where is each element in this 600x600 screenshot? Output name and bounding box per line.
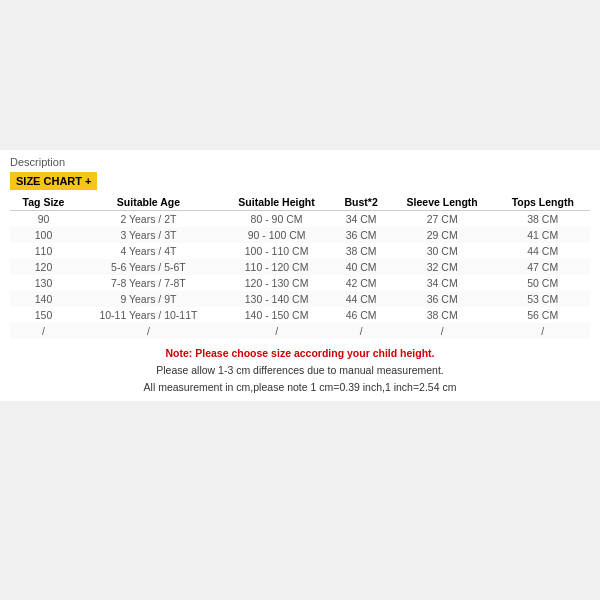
top-spacer bbox=[0, 0, 600, 150]
col-tops-length: Tops Length bbox=[495, 194, 590, 211]
col-suitable-age: Suitable Age bbox=[77, 194, 220, 211]
table-cell: 38 CM bbox=[389, 307, 496, 323]
table-cell: 110 - 120 CM bbox=[220, 259, 334, 275]
table-cell: / bbox=[10, 323, 77, 339]
table-cell: 90 bbox=[10, 211, 77, 228]
table-cell: 34 CM bbox=[333, 211, 389, 228]
table-cell: 3 Years / 3T bbox=[77, 227, 220, 243]
table-cell: 38 CM bbox=[495, 211, 590, 228]
table-cell: 5-6 Years / 5-6T bbox=[77, 259, 220, 275]
table-cell: 120 bbox=[10, 259, 77, 275]
col-suitable-height: Suitable Height bbox=[220, 194, 334, 211]
table-row: 1307-8 Years / 7-8T120 - 130 CM42 CM34 C… bbox=[10, 275, 590, 291]
table-cell: 41 CM bbox=[495, 227, 590, 243]
table-row: 1104 Years / 4T100 - 110 CM38 CM30 CM44 … bbox=[10, 243, 590, 259]
table-cell: 2 Years / 2T bbox=[77, 211, 220, 228]
table-cell: 44 CM bbox=[495, 243, 590, 259]
table-cell: 36 CM bbox=[389, 291, 496, 307]
note-line1: Note: Please choose size according your … bbox=[10, 345, 590, 362]
table-cell: 56 CM bbox=[495, 307, 590, 323]
description-label: Description bbox=[0, 150, 600, 172]
table-cell: 140 - 150 CM bbox=[220, 307, 334, 323]
table-cell: 40 CM bbox=[333, 259, 389, 275]
table-row: 902 Years / 2T80 - 90 CM34 CM27 CM38 CM bbox=[10, 211, 590, 228]
table-cell: 120 - 130 CM bbox=[220, 275, 334, 291]
table-row: 1205-6 Years / 5-6T110 - 120 CM40 CM32 C… bbox=[10, 259, 590, 275]
table-cell: 34 CM bbox=[389, 275, 496, 291]
table-cell: 44 CM bbox=[333, 291, 389, 307]
table-cell: 140 bbox=[10, 291, 77, 307]
table-cell: 100 bbox=[10, 227, 77, 243]
table-cell: 110 bbox=[10, 243, 77, 259]
table-cell: 47 CM bbox=[495, 259, 590, 275]
table-header-row: Tag Size Suitable Age Suitable Height Bu… bbox=[10, 194, 590, 211]
note-line2: Please allow 1-3 cm differences due to m… bbox=[10, 362, 590, 379]
table-cell: / bbox=[495, 323, 590, 339]
table-cell: 10-11 Years / 10-11T bbox=[77, 307, 220, 323]
table-cell: 4 Years / 4T bbox=[77, 243, 220, 259]
bottom-spacer bbox=[0, 401, 600, 600]
table-cell: 27 CM bbox=[389, 211, 496, 228]
table-cell: 32 CM bbox=[389, 259, 496, 275]
note-section: Note: Please choose size according your … bbox=[0, 339, 600, 401]
table-cell: / bbox=[389, 323, 496, 339]
table-cell: 50 CM bbox=[495, 275, 590, 291]
col-bust: Bust*2 bbox=[333, 194, 389, 211]
size-table: Tag Size Suitable Age Suitable Height Bu… bbox=[10, 194, 590, 339]
table-cell: 30 CM bbox=[389, 243, 496, 259]
table-cell: 9 Years / 9T bbox=[77, 291, 220, 307]
col-sleeve-length: Sleeve Length bbox=[389, 194, 496, 211]
table-cell: 150 bbox=[10, 307, 77, 323]
table-row: 1003 Years / 3T90 - 100 CM36 CM29 CM41 C… bbox=[10, 227, 590, 243]
table-row: ////// bbox=[10, 323, 590, 339]
table-cell: / bbox=[333, 323, 389, 339]
table-cell: 53 CM bbox=[495, 291, 590, 307]
table-row: 15010-11 Years / 10-11T140 - 150 CM46 CM… bbox=[10, 307, 590, 323]
table-row: 1409 Years / 9T130 - 140 CM44 CM36 CM53 … bbox=[10, 291, 590, 307]
table-cell: 100 - 110 CM bbox=[220, 243, 334, 259]
table-cell: 42 CM bbox=[333, 275, 389, 291]
table-cell: 36 CM bbox=[333, 227, 389, 243]
size-chart-section: SIZE CHART + Tag Size Suitable Age Suita… bbox=[0, 172, 600, 339]
col-tag-size: Tag Size bbox=[10, 194, 77, 211]
table-cell: / bbox=[220, 323, 334, 339]
note-line3: All measurement in cm,please note 1 cm=0… bbox=[10, 379, 590, 396]
table-cell: 90 - 100 CM bbox=[220, 227, 334, 243]
table-cell: 130 - 140 CM bbox=[220, 291, 334, 307]
table-cell: 130 bbox=[10, 275, 77, 291]
table-cell: 46 CM bbox=[333, 307, 389, 323]
size-chart-header[interactable]: SIZE CHART + bbox=[10, 172, 97, 190]
table-cell: 29 CM bbox=[389, 227, 496, 243]
table-cell: 7-8 Years / 7-8T bbox=[77, 275, 220, 291]
page-container: Description SIZE CHART + Tag Size Suitab… bbox=[0, 0, 600, 600]
table-cell: 80 - 90 CM bbox=[220, 211, 334, 228]
table-cell: 38 CM bbox=[333, 243, 389, 259]
table-cell: / bbox=[77, 323, 220, 339]
